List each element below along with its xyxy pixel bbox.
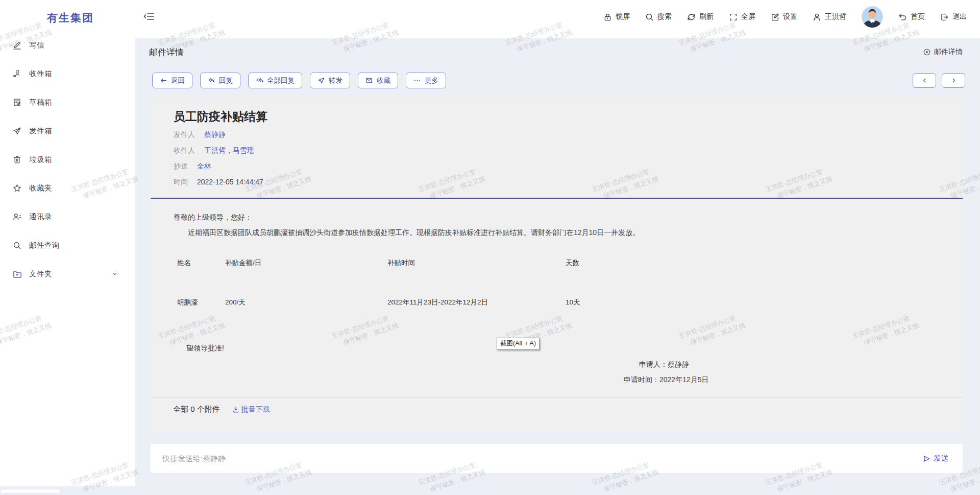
lock-screen-button[interactable]: 锁屏 (603, 12, 630, 21)
horizontal-scrollbar-thumb[interactable] (0, 489, 61, 493)
search-icon (645, 13, 654, 21)
sidebar-item-label: 收件箱 (29, 69, 52, 79)
topbar-actions: 锁屏 搜索 刷新 全屏 (603, 6, 967, 28)
topbar: 有生集团 锁屏 搜索 (0, 0, 980, 38)
logout-button[interactable]: 退出 (940, 12, 967, 21)
trash-icon (13, 155, 21, 164)
table-cell-subsidy-per-day: 200/天 (225, 298, 246, 307)
paper-plane-icon (13, 127, 21, 135)
location-pin-icon (923, 48, 931, 56)
fullscreen-button[interactable]: 全屏 (729, 12, 755, 21)
back-button[interactable]: 返回 (152, 73, 192, 88)
mail-detail-card: 员工防疫补贴结算 发件人 蔡静静 收件人 王洪哲，马雪瑶 抄送 全林 时间 20… (151, 98, 963, 432)
applicant-label: 申请人： (639, 360, 668, 368)
sidebar-item-inbox[interactable]: 收件箱 (0, 59, 135, 88)
sidebar-item-folders[interactable]: 文件夹 (0, 260, 135, 288)
send-label: 发送 (934, 454, 949, 463)
sidebar-item-drafts[interactable]: 草稿箱 (0, 88, 135, 116)
folder-plus-icon (13, 270, 21, 278)
settings-label: 设置 (783, 12, 797, 21)
send-button[interactable]: 发送 (922, 454, 963, 463)
mail-star-icon (365, 77, 373, 84)
fullscreen-icon (729, 13, 738, 21)
table-header-subsidy-period: 补贴时间 (387, 258, 415, 268)
sidebar-item-label: 草稿箱 (29, 98, 52, 107)
search-button[interactable]: 搜索 (645, 12, 672, 21)
from-value[interactable]: 蔡静静 (204, 130, 226, 138)
previous-mail-button[interactable] (913, 73, 936, 88)
attachments-divider (151, 397, 963, 398)
favorite-label: 收藏 (377, 76, 390, 85)
contacts-icon (13, 213, 21, 221)
mail-body-paragraph: 近期福田区数据团队成员胡鹏濠被抽调沙头街道参加疫情数据处理工作。现根据防疫补贴标… (174, 228, 888, 238)
sidebar-menu: 写信 收件箱 草稿箱 发件箱 (0, 31, 135, 288)
avatar-photo (862, 6, 883, 28)
home-button[interactable]: 首页 (898, 12, 925, 21)
cc-label: 抄送 (174, 162, 188, 170)
batch-download-label: 批量下载 (241, 405, 270, 414)
sidebar-item-trash[interactable]: 垃圾箱 (0, 145, 135, 174)
sidebar-item-label: 文件夹 (29, 269, 52, 279)
table-cell-days: 10天 (566, 298, 580, 307)
sidebar-item-label: 垃圾箱 (29, 155, 52, 164)
chevron-down-icon (111, 270, 118, 277)
pencil-icon (13, 41, 21, 50)
draft-icon (13, 98, 21, 107)
sidebar-item-compose[interactable]: 写信 (0, 31, 135, 59)
batch-download-link[interactable]: 批量下载 (232, 405, 270, 414)
page-title: 邮件详情 (149, 46, 184, 58)
main-content: 邮件详情 邮件详情 返回 回复 (135, 38, 980, 495)
reply-all-button[interactable]: 全部回复 (248, 73, 302, 88)
next-mail-button[interactable] (942, 73, 965, 88)
brand-logo: 有生集团 (47, 11, 94, 25)
cc-value[interactable]: 全林 (197, 162, 211, 170)
reply-button[interactable]: 回复 (200, 73, 240, 88)
search-icon (13, 241, 21, 250)
sidebar-item-sent[interactable]: 发件箱 (0, 116, 135, 145)
current-user-button[interactable]: 王洪哲 (813, 12, 846, 21)
send-icon (922, 455, 930, 463)
mail-cc-row: 抄送 全林 (174, 162, 211, 171)
more-label: 更多 (425, 76, 438, 85)
current-user-name: 王洪哲 (825, 12, 846, 21)
search-label: 搜索 (657, 12, 672, 21)
refresh-button[interactable]: 刷新 (687, 12, 714, 21)
fullscreen-label: 全屏 (741, 12, 755, 21)
quick-send-input[interactable] (151, 444, 922, 473)
sidebar-item-favorites[interactable]: 收藏夹 (0, 174, 135, 202)
refresh-icon (687, 13, 696, 21)
user-avatar[interactable] (862, 6, 883, 28)
home-label: 首页 (911, 12, 925, 21)
settings-button[interactable]: 设置 (771, 12, 797, 21)
table-header-subsidy-per-day: 补贴金额/日 (225, 258, 261, 268)
sidebar-item-contacts[interactable]: 通讯录 (0, 202, 135, 231)
more-button[interactable]: 更多 (406, 73, 446, 88)
download-icon (232, 406, 239, 413)
arrow-left-icon (160, 77, 167, 84)
chevron-left-icon (921, 77, 928, 84)
lock-icon (603, 13, 612, 21)
apply-time-line: 申请时间：2022年12月5日 (624, 375, 709, 385)
to-value[interactable]: 王洪哲，马雪瑶 (204, 146, 254, 154)
logout-label: 退出 (952, 12, 967, 21)
favorite-button[interactable]: 收藏 (358, 73, 398, 88)
sidebar-item-mail-search[interactable]: 邮件查询 (0, 231, 135, 260)
forward-label: 转发 (329, 76, 342, 85)
table-cell-subsidy-period: 2022年11月23日-2022年12月2日 (387, 298, 488, 307)
chevron-right-icon (950, 77, 957, 84)
mail-from-row: 发件人 蔡静静 (174, 130, 226, 139)
forward-button[interactable]: 转发 (310, 73, 350, 88)
sidebar-collapse-button[interactable] (143, 10, 156, 23)
sidebar-item-label: 发件箱 (29, 126, 52, 136)
refresh-label: 刷新 (699, 12, 714, 21)
home-back-icon (898, 13, 907, 21)
attachments-summary: 全部 0 个附件 (173, 405, 220, 414)
reply-label: 回复 (219, 76, 233, 85)
sidebar-item-label: 写信 (29, 40, 44, 50)
time-value: 2022-12-05 14:44:47 (197, 178, 263, 186)
lock-screen-label: 锁屏 (616, 12, 630, 21)
logout-icon (940, 13, 949, 21)
mail-subject: 员工防疫补贴结算 (174, 109, 267, 125)
ellipsis-icon (413, 77, 421, 84)
menu-fold-icon (143, 10, 155, 22)
